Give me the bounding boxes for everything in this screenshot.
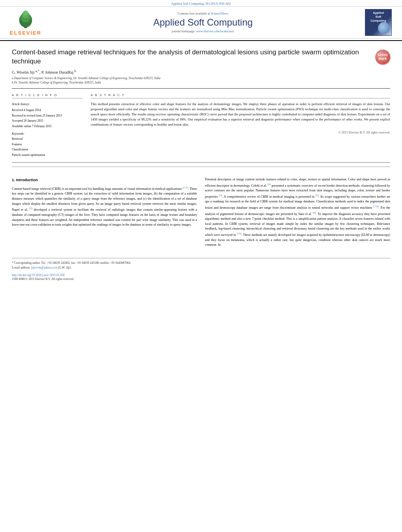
ref-10[interactable]: [10] [237, 232, 242, 235]
journal-citation: Applied Soft Computing 30 (2015) 650–662 [171, 2, 231, 6]
keyword-1: Retrieval [12, 136, 83, 142]
header-main: ELSEVIER Contents lists available at Sci… [0, 6, 402, 39]
crossmark-circle: CrossMark [375, 50, 390, 65]
journal-center: Contents lists available at ScienceDirec… [43, 12, 363, 33]
article-info-heading: A R T I C L E I N F O [12, 93, 83, 98]
ref-4[interactable]: [4] [268, 183, 271, 186]
abstract-col: A B S T R A C T This method presents ext… [91, 93, 390, 158]
elsevier-tree-icon [14, 9, 37, 29]
body-column-right: Potential descriptors of image content i… [205, 177, 390, 250]
asc-logo-decoration [378, 22, 390, 34]
intro-paragraph-1: Content-based image retrieval (CBIR) is … [12, 185, 197, 228]
keyword-4: Particle swarm optimization [12, 152, 83, 158]
asc-logo-text: Applied Soft Computing [370, 11, 386, 22]
keyword-2: Features [12, 142, 83, 147]
crossmark-label: CrossMark [378, 53, 388, 61]
article-info-col: A R T I C L E I N F O Article history: R… [12, 93, 83, 158]
svg-point-4 [23, 10, 28, 15]
main-body: 1. Introduction Content-based image retr… [12, 171, 390, 250]
history-title: Article history: [12, 102, 83, 107]
article-info-abstract-section: A R T I C L E I N F O Article history: R… [12, 89, 390, 163]
email-note: E-mail address: jijivevin@yahoo.co.in (G… [12, 265, 390, 270]
received-revised-date: Received in revised form 25 January 2015 [12, 113, 83, 119]
issn-line: 1568-4946/© 2015 Elsevier B.V. All right… [12, 277, 390, 282]
article-title: Content-based image retrieval techniques… [12, 48, 367, 66]
journal-citation-bar: Applied Soft Computing 30 (2015) 650–662 [0, 0, 402, 6]
ref-7-8[interactable]: [7,8] [373, 205, 378, 208]
keywords-title: Keywords: [12, 132, 83, 135]
corresponding-author-note: * Corresponding author. Tel.: +91 04639 … [12, 261, 390, 265]
ref-5[interactable]: [5] [219, 194, 222, 197]
elsevier-logo: ELSEVIER [8, 9, 43, 36]
article-history: Article history: Received 4 August 2014 … [12, 102, 83, 129]
doi-link[interactable]: http://dx.doi.org/10.1016/j.asoc.2015.01… [12, 273, 65, 277]
homepage-line: journal homepage: www.elsevier.com/locat… [43, 30, 363, 33]
article-content: Content-based image retrieval techniques… [0, 41, 402, 282]
abstract-text: This method presents extraction of effec… [91, 102, 390, 128]
sciencedirect-link[interactable]: ScienceDirect [211, 12, 229, 15]
homepage-link[interactable]: www.elsevier.com/locate/asoc [196, 30, 234, 33]
authors: G. Wiselin Jiji a,*, P. Johnson DuraiRaj… [12, 70, 76, 74]
accepted-date: Accepted 26 January 2015 [12, 118, 83, 124]
asc-logo-box: Applied Soft Computing [363, 9, 394, 36]
ref-6[interactable]: [6] [315, 194, 318, 197]
article-title-section: Content-based image retrieval techniques… [12, 41, 390, 89]
keyword-3: Classification [12, 147, 83, 152]
affiliation-b: b Dr. Sivanthi Aditanar College of Engin… [12, 80, 390, 85]
title-row: Content-based image retrieval techniques… [12, 48, 390, 66]
affiliations: a Department of Computer Science & Engin… [12, 76, 390, 85]
section-divider [12, 167, 390, 167]
journal-title: Applied Soft Computing [43, 17, 363, 28]
ref-9[interactable]: [9] [313, 211, 316, 214]
intro-paragraph-2: Potential descriptors of image content i… [205, 177, 390, 248]
available-date: Available online 7 February 2015 [12, 124, 83, 129]
sciencedirect-line: Contents lists available at ScienceDirec… [43, 12, 363, 15]
corresponding-super: * [38, 69, 39, 73]
footer-section: * Corresponding author. Tel.: +91 04639 … [12, 258, 390, 282]
received-date: Received 4 August 2014 [12, 108, 83, 113]
body-column-left: 1. Introduction Content-based image retr… [12, 177, 197, 250]
affiliation-a: a Department of Computer Science & Engin… [12, 76, 390, 80]
copyright-line: © 2015 Elsevier B.V. All rights reserved… [91, 131, 390, 134]
journal-header: Applied Soft Computing 30 (2015) 650–662… [0, 0, 402, 41]
crossmark-badge[interactable]: CrossMark [375, 50, 390, 65]
authors-line: G. Wiselin Jiji a,*, P. Johnson DuraiRaj… [12, 69, 390, 74]
asc-logo: Applied Soft Computing [365, 9, 392, 36]
keywords-list: Retrieval Features Classification Partic… [12, 136, 83, 158]
elsevier-text: ELSEVIER [10, 30, 41, 36]
abstract-heading: A B S T R A C T [91, 93, 390, 98]
affil-b-super: b [74, 69, 76, 73]
ref-3[interactable]: [3] [29, 207, 32, 210]
intro-section-title: 1. Introduction [12, 177, 197, 183]
author-email-link[interactable]: jijivevin@yahoo.co.in [31, 266, 58, 269]
ref-1-2[interactable]: [1,2] [183, 186, 188, 189]
